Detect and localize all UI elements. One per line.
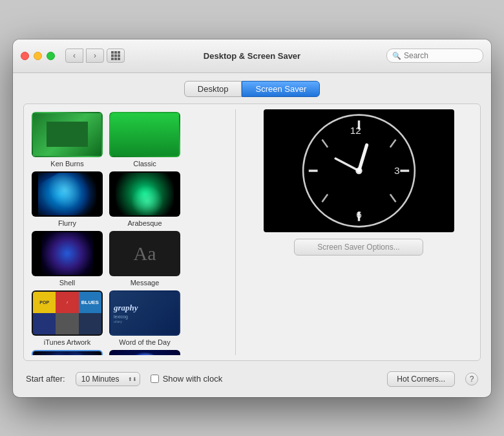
screensaver-label: Arabesque: [127, 219, 162, 227]
traffic-lights: [21, 52, 55, 60]
list-item[interactable]: Arabesque: [109, 171, 180, 227]
screen-saver-options-button[interactable]: Screen Saver Options...: [294, 239, 423, 256]
bottom-bar: Start after: 1 Minute 2 Minutes 5 Minute…: [23, 367, 481, 387]
main-window: ‹ › Desktop & Screen Saver 🔍 Desktop Scr…: [13, 39, 491, 397]
tab-desktop[interactable]: Desktop: [184, 81, 242, 97]
hot-corners-button[interactable]: Hot Corners...: [387, 371, 455, 387]
screensaver-thumb-message: Aa: [109, 231, 180, 276]
spiral-decoration: [125, 353, 164, 355]
content-area: Desktop Screen Saver Ken Burns: [13, 73, 491, 397]
titlebar: ‹ › Desktop & Screen Saver 🔍: [13, 39, 491, 73]
list-item[interactable]: Random: [109, 350, 180, 355]
grid-view-button[interactable]: [107, 49, 125, 63]
screensaver-label: Shell: [59, 279, 75, 287]
screensaver-label: Word of the Day: [119, 338, 170, 346]
list-item[interactable]: Classic: [109, 112, 180, 168]
svg-line-2: [390, 139, 395, 147]
list-item[interactable]: POP ♪ BLUES iTunes Artwork: [32, 290, 103, 346]
screensaver-label: Classic: [133, 160, 156, 168]
preview-area: 12 3 6 Screen Saver Options...: [242, 109, 475, 355]
svg-text:12: 12: [350, 125, 361, 136]
screensaver-thumb-ken-burns: [32, 112, 103, 157]
svg-point-14: [355, 167, 362, 173]
help-button[interactable]: ?: [465, 373, 478, 386]
nav-buttons: ‹ ›: [65, 49, 104, 63]
screensaver-thumb-applewatch: [32, 350, 103, 355]
search-input[interactable]: [404, 51, 478, 60]
screensaver-grid: Ken Burns Classic: [29, 109, 230, 355]
svg-line-4: [390, 194, 395, 202]
svg-text:3: 3: [394, 165, 399, 176]
spiral-decoration: [45, 350, 90, 355]
screensaver-thumb-wordofday: graphy lexicog ulary: [109, 290, 180, 336]
screensaver-thumb-arabesque: [109, 171, 180, 217]
svg-line-6: [322, 194, 328, 202]
svg-line-13: [335, 158, 359, 171]
itunes-grid: POP ♪ BLUES: [33, 292, 101, 334]
screensaver-thumb-flurry: [32, 171, 103, 217]
svg-line-12: [359, 145, 366, 171]
search-icon: 🔍: [392, 52, 401, 60]
tab-screensaver[interactable]: Screen Saver: [242, 81, 320, 97]
back-button[interactable]: ‹: [65, 49, 83, 63]
screensaver-list[interactable]: Ken Burns Classic: [29, 109, 236, 355]
show-clock-checkbox[interactable]: [151, 375, 159, 383]
window-title: Desktop & Screen Saver: [204, 51, 300, 61]
list-item[interactable]: Shell: [32, 231, 103, 287]
svg-text:6: 6: [356, 208, 362, 219]
grid-icon: [111, 51, 120, 60]
screensaver-label: Ken Burns: [50, 160, 83, 168]
screensaver-label: Flurry: [58, 219, 76, 227]
list-item[interactable]: graphy lexicog ulary Word of the Day: [109, 290, 180, 346]
svg-line-8: [322, 139, 328, 147]
show-clock-text: Show with clock: [163, 374, 222, 384]
search-box[interactable]: 🔍: [386, 49, 483, 63]
maximize-button[interactable]: [47, 52, 55, 60]
screensaver-thumb-shell: [32, 231, 103, 276]
list-item[interactable]: Aa Message: [109, 231, 180, 287]
close-button[interactable]: [21, 52, 29, 60]
minimize-button[interactable]: [34, 52, 42, 60]
start-after-select[interactable]: 1 Minute 2 Minutes 5 Minutes 10 Minutes …: [76, 372, 140, 386]
screensaver-label: Message: [131, 279, 160, 287]
list-item[interactable]: Flurry: [32, 171, 103, 227]
list-item[interactable]: Apple Watch: [32, 350, 103, 355]
clock-face: 12 3 6: [264, 109, 454, 232]
show-with-clock-label[interactable]: Show with clock: [151, 374, 222, 384]
start-after-select-wrapper[interactable]: 1 Minute 2 Minutes 5 Minutes 10 Minutes …: [76, 372, 140, 386]
screensaver-label: iTunes Artwork: [44, 338, 90, 346]
forward-button[interactable]: ›: [86, 49, 104, 63]
screensaver-thumb-random: [109, 350, 180, 355]
list-item[interactable]: Ken Burns: [32, 112, 103, 168]
start-after-label: Start after:: [26, 374, 65, 384]
screensaver-thumb-classic: [109, 112, 180, 157]
tab-bar: Desktop Screen Saver: [23, 81, 481, 97]
main-panel: Ken Burns Classic: [23, 104, 481, 361]
screensaver-thumb-itunes: POP ♪ BLUES: [32, 290, 103, 336]
preview-screen: 12 3 6: [264, 109, 454, 232]
